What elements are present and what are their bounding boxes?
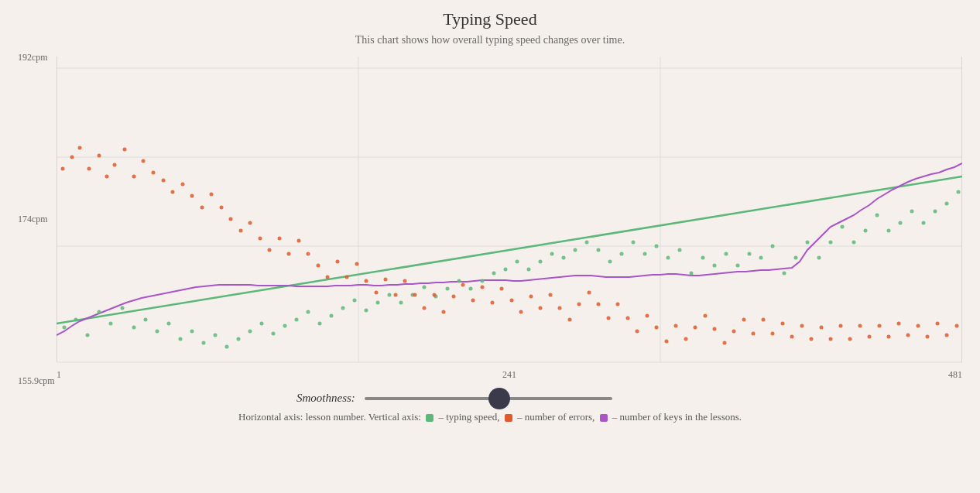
svg-point-116 <box>326 276 330 279</box>
page: Typing Speed This chart shows how overal… <box>0 0 980 493</box>
svg-point-79 <box>864 229 868 233</box>
svg-point-103 <box>200 206 204 210</box>
svg-point-100 <box>171 190 175 194</box>
svg-point-109 <box>259 237 262 241</box>
svg-point-104 <box>210 193 214 197</box>
svg-point-26 <box>248 330 252 334</box>
svg-point-121 <box>375 291 379 295</box>
svg-point-19 <box>167 322 171 326</box>
svg-point-67 <box>725 252 728 256</box>
svg-point-36 <box>365 309 368 313</box>
svg-point-28 <box>272 332 276 336</box>
svg-point-115 <box>317 264 320 268</box>
svg-point-71 <box>771 245 775 248</box>
svg-point-141 <box>568 318 572 322</box>
svg-point-161 <box>762 318 766 322</box>
svg-point-144 <box>597 303 601 306</box>
svg-point-98 <box>152 171 156 175</box>
svg-point-145 <box>607 317 611 320</box>
svg-point-163 <box>781 322 785 326</box>
svg-point-57 <box>608 260 612 264</box>
svg-point-173 <box>878 324 882 328</box>
svg-point-51 <box>539 260 543 264</box>
svg-point-167 <box>820 326 824 330</box>
svg-point-31 <box>307 310 310 314</box>
svg-point-132 <box>481 286 485 289</box>
svg-point-111 <box>278 237 282 241</box>
typing-speed-legend-icon <box>426 414 433 422</box>
svg-point-37 <box>376 301 380 305</box>
svg-point-62 <box>666 256 670 260</box>
svg-point-87 <box>957 190 961 194</box>
smoothness-control: Smoothness: <box>296 392 684 405</box>
svg-point-131 <box>471 299 475 303</box>
svg-point-85 <box>934 210 937 214</box>
svg-point-160 <box>752 332 756 336</box>
svg-point-133 <box>491 301 495 305</box>
svg-point-30 <box>295 318 299 322</box>
svg-point-17 <box>144 318 148 322</box>
svg-point-82 <box>899 221 903 225</box>
svg-point-53 <box>562 256 566 260</box>
svg-point-41 <box>423 286 427 289</box>
svg-point-96 <box>132 175 136 179</box>
svg-point-47 <box>492 272 496 276</box>
svg-point-93 <box>105 175 109 179</box>
svg-point-170 <box>848 337 852 341</box>
svg-rect-0 <box>57 56 962 366</box>
y-bottom: 155.9cpm <box>18 376 55 385</box>
svg-point-164 <box>790 335 794 339</box>
svg-point-175 <box>897 322 901 326</box>
svg-point-48 <box>504 268 508 272</box>
svg-point-168 <box>829 337 833 341</box>
svg-point-92 <box>98 154 101 158</box>
smoothness-slider[interactable] <box>365 397 612 400</box>
svg-point-86 <box>945 202 949 206</box>
svg-point-13 <box>98 310 101 314</box>
svg-point-14 <box>109 322 113 326</box>
svg-point-119 <box>355 262 359 266</box>
svg-point-83 <box>910 210 914 214</box>
svg-point-157 <box>723 341 727 345</box>
svg-point-91 <box>87 167 91 171</box>
svg-point-134 <box>500 287 504 291</box>
svg-point-77 <box>841 225 845 229</box>
svg-point-143 <box>588 291 591 295</box>
svg-point-80 <box>875 214 879 217</box>
chart-title: Typing Speed <box>443 9 536 29</box>
keys-legend-label: – number of keys in the lessons. <box>612 411 742 423</box>
svg-point-45 <box>469 287 473 291</box>
svg-point-25 <box>237 337 241 341</box>
keys-legend-icon <box>600 414 608 422</box>
smoothness-label: Smoothness: <box>296 392 355 405</box>
svg-point-54 <box>574 248 577 252</box>
svg-point-101 <box>181 183 185 187</box>
svg-point-124 <box>403 279 407 283</box>
svg-point-150 <box>655 326 659 330</box>
svg-point-50 <box>527 268 531 272</box>
svg-point-114 <box>307 252 310 256</box>
svg-point-39 <box>399 301 403 305</box>
svg-point-120 <box>365 279 368 283</box>
errors-legend-icon <box>505 414 512 422</box>
svg-point-102 <box>190 194 194 198</box>
svg-point-33 <box>330 314 334 318</box>
svg-point-153 <box>684 337 688 341</box>
svg-point-69 <box>748 252 752 256</box>
svg-point-110 <box>268 248 272 252</box>
svg-point-128 <box>442 310 446 314</box>
svg-point-181 <box>955 324 959 328</box>
svg-point-176 <box>906 334 910 337</box>
svg-point-56 <box>597 248 601 252</box>
svg-point-123 <box>394 293 398 297</box>
svg-point-89 <box>70 156 74 159</box>
typing-speed-legend-label: – typing speed, <box>438 411 499 423</box>
svg-point-137 <box>529 295 533 299</box>
svg-point-49 <box>516 260 519 264</box>
svg-point-126 <box>423 306 427 310</box>
svg-point-15 <box>121 306 125 310</box>
svg-point-70 <box>759 256 763 260</box>
svg-point-46 <box>481 279 485 283</box>
errors-legend-label: – number of errors, <box>517 411 595 423</box>
y-top: 192cpm <box>18 53 55 62</box>
